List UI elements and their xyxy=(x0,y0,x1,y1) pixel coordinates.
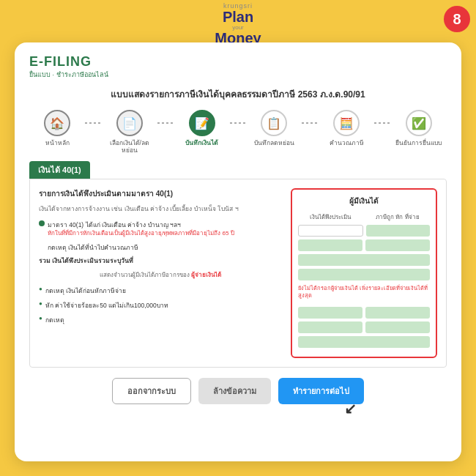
cursor-icon: ↙ xyxy=(344,400,357,417)
step-2[interactable]: 📄 เลือกเงินได้/ลดหย่อน xyxy=(102,110,157,154)
income-item-2: ● กดเหตุ เงินได้ก่อนหักภาษีจ่าย xyxy=(39,286,282,296)
input-row-5 xyxy=(298,307,430,319)
step-5-label: คำนวณภาษี xyxy=(330,139,364,146)
input-row-4 xyxy=(298,269,430,280)
income-input-2[interactable] xyxy=(298,239,362,251)
input-row-6 xyxy=(298,321,430,333)
step-4[interactable]: 📋 บันทึกลดหย่อน xyxy=(246,110,302,146)
indent-label-1: กดเหตุ เงินได้ที่นำไปคำนวณภาษี xyxy=(48,242,282,253)
step-6-circle: ✅ xyxy=(406,110,432,136)
step-3-circle: 📝 xyxy=(189,110,215,136)
efiling-title: E-FILING xyxy=(29,54,447,70)
red-note-1: หักในที่ที่มีการหักเงินเดือนเป็นผู้มีเงิ… xyxy=(48,230,282,237)
right-panel-title: ผู้มีเงินได้ xyxy=(298,196,430,207)
page-title: แบบแสดงรายการภาษีเงินได้บุคคลธรรมดาปีภาษ… xyxy=(29,87,447,101)
tax-input-5[interactable] xyxy=(365,307,430,319)
col-header-2: ภาษีถูก หัก ที่จ่าย xyxy=(365,212,430,222)
income-label-4: ● กดเหตุ xyxy=(39,315,282,325)
step-2-circle: 📄 xyxy=(116,110,143,136)
logo-plan: Plan xyxy=(223,10,253,24)
step-1[interactable]: 🏠 หน้าหลัก xyxy=(29,110,85,146)
step-2-label: เลือกเงินได้/ลดหย่อน xyxy=(102,139,157,154)
content-area: รายการเงินได้พึงประเมินตามมาตรา 40(1) เง… xyxy=(29,179,447,368)
income-label-1: มาตรา 40(1) ได้แก่ เงินเดือน ค่าจ้าง บำน… xyxy=(39,220,282,230)
income-input-1[interactable] xyxy=(298,225,363,237)
right-col-headers: เงินได้พึงประเมิน ภาษีถูก หัก ที่จ่าย xyxy=(298,212,430,222)
top-header: krungsri Plan your Money xyxy=(0,0,476,44)
total-label: รวม เงินได้พึงประเมินรวมระบุวันที่ xyxy=(39,256,282,266)
input-row-3 xyxy=(298,254,430,266)
step-badge: 8 xyxy=(444,6,470,32)
logo: krungsri Plan your Money xyxy=(215,0,261,45)
input-row-7 xyxy=(298,336,430,348)
left-panel: รายการเงินได้พึงประเมินตามมาตรา 40(1) เง… xyxy=(39,188,282,358)
step-4-circle: 📋 xyxy=(261,110,287,136)
income-item-1: มาตรา 40(1) ได้แก่ เงินเดือน ค่าจ้าง บำน… xyxy=(39,220,282,237)
income-input-6[interactable] xyxy=(298,321,362,333)
step-4-label: บันทึกลดหย่อน xyxy=(254,139,294,146)
tax-input-1[interactable] xyxy=(366,225,430,237)
connector-4 xyxy=(302,122,319,124)
right-panel: ผู้มีเงินได้ เงินได้พึงประเมิน ภาษีถูก ห… xyxy=(291,188,437,358)
buttons-row: ออกจากระบบ ล้างข้อความ ทำรายการต่อไป ↙ xyxy=(29,378,447,404)
logout-button[interactable]: ออกจากระบบ xyxy=(112,378,191,404)
section-tab: เงินได้ 40(1) xyxy=(29,161,90,179)
tax-input-2[interactable] xyxy=(365,239,430,251)
next-button[interactable]: ทำรายการต่อไป ↙ xyxy=(278,378,364,404)
step-5-circle: 🧮 xyxy=(333,110,360,136)
payer-note: แสดงจำนวนผู้มีเงินได้ภาษีอากรของ ผู้จ่าย… xyxy=(39,270,282,280)
tax-input-6[interactable] xyxy=(365,321,430,333)
connector-1 xyxy=(85,122,102,124)
steps-row: 🏠 หน้าหลัก 📄 เลือกเงินได้/ลดหย่อน 📝 บันท… xyxy=(29,110,447,154)
income-input-5[interactable] xyxy=(298,307,362,319)
income-label-3: ● หัก ค่าใช้จ่ายร้อยละ50 แต่ไม่เกิน100,0… xyxy=(39,300,282,310)
efiling-subtitle: ยื่นแบบ · ชำระภาษีออนไลน์ xyxy=(29,70,447,80)
income-input-3[interactable] xyxy=(298,254,430,266)
input-row-2 xyxy=(298,239,430,251)
income-input-7[interactable] xyxy=(298,336,430,348)
left-panel-subtitle: เงินได้จากทางการจ้างงาน เช่น เงินเดือน ค… xyxy=(39,204,282,214)
clear-button[interactable]: ล้างข้อความ xyxy=(198,378,271,404)
step-6-label: ยืนยันการยื่นแบบ xyxy=(395,139,442,146)
step-1-label: หน้าหลัก xyxy=(45,139,70,146)
income-label-2: ● กดเหตุ เงินได้ก่อนหักภาษีจ่าย xyxy=(39,286,282,296)
left-panel-title: รายการเงินได้พึงประเมินตามมาตรา 40(1) xyxy=(39,188,282,199)
connector-5 xyxy=(374,122,391,124)
input-row-1 xyxy=(298,225,430,237)
bullet-1 xyxy=(39,220,45,226)
step-6[interactable]: ✅ ยืนยันการยื่นแบบ xyxy=(391,110,447,146)
main-card: E-FILING ยื่นแบบ · ชำระภาษีออนไลน์ แบบแส… xyxy=(15,42,461,461)
efiling-logo: E-FILING ยื่นแบบ · ชำระภาษีออนไลน์ xyxy=(29,54,447,80)
right-section-gap xyxy=(298,300,430,307)
income-item-3: ● หัก ค่าใช้จ่ายร้อยละ50 แต่ไม่เกิน100,0… xyxy=(39,300,282,310)
right-note: ยังไม่ได้กรอกผู้จ่ายเงินได้ เพิ่งรายละเอ… xyxy=(298,285,430,300)
connector-3 xyxy=(230,122,247,124)
step-5[interactable]: 🧮 คำนวณภาษี xyxy=(319,110,374,146)
col-header-1: เงินได้พึงประเมิน xyxy=(298,212,362,222)
step-1-circle: 🏠 xyxy=(44,110,70,136)
income-input-4[interactable] xyxy=(298,269,430,280)
logo-krungsri: krungsri xyxy=(223,2,253,10)
income-item-4: ● กดเหตุ xyxy=(39,315,282,325)
step-3-label: บันทึกเงินได้ xyxy=(185,139,218,146)
connector-2 xyxy=(157,122,174,124)
step-3[interactable]: 📝 บันทึกเงินได้ xyxy=(174,110,230,146)
